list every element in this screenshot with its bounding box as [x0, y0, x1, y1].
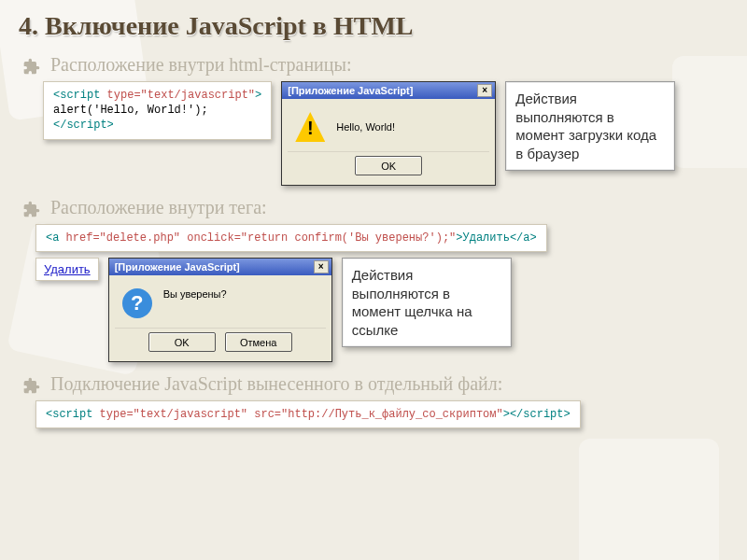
bullet-b: Расположение внутри тега:: [50, 197, 267, 218]
close-icon[interactable]: ×: [314, 260, 329, 273]
alert-dialog-hello: [Приложение JavaScript] × Hello, World! …: [281, 81, 496, 186]
dialog-message: Вы уверены?: [163, 288, 227, 300]
code-block-inline: <script type="text/javascript"> alert('H…: [43, 81, 272, 140]
dialog-message: Hello, World!: [336, 121, 395, 133]
note-load-time: Действия выполняются в момент загрузки к…: [505, 81, 675, 171]
code-block-external: <script type="text/javascript" src="http…: [35, 400, 581, 428]
bullet-c: Подключение JavaScript вынесенного в отд…: [50, 373, 502, 395]
code-block-intag: <a href="delete.php" onclick="return con…: [35, 224, 547, 252]
ok-button[interactable]: OK: [148, 332, 216, 352]
close-icon[interactable]: ×: [477, 84, 492, 97]
dialog-title: [Приложение JavaScript]: [288, 85, 413, 96]
question-icon: [122, 288, 152, 318]
puzzle-icon: [22, 376, 41, 395]
puzzle-icon: [22, 57, 41, 76]
warning-icon: [295, 112, 325, 142]
cancel-button[interactable]: Отмена: [225, 332, 292, 352]
bullet-a: Расположение внутри html-страницы:: [50, 54, 352, 76]
dialog-title: [Приложение JavaScript]: [115, 261, 240, 273]
note-click-time: Действия выполняются в момент щелчка на …: [342, 258, 512, 347]
slide-title: 4. Включение JavaScript в HTML: [19, 11, 728, 41]
puzzle-icon: [22, 200, 41, 218]
delete-link[interactable]: Удалить: [35, 258, 99, 281]
ok-button[interactable]: OK: [355, 156, 422, 175]
confirm-dialog: [Приложение JavaScript] × Вы уверены? OK…: [108, 258, 332, 362]
